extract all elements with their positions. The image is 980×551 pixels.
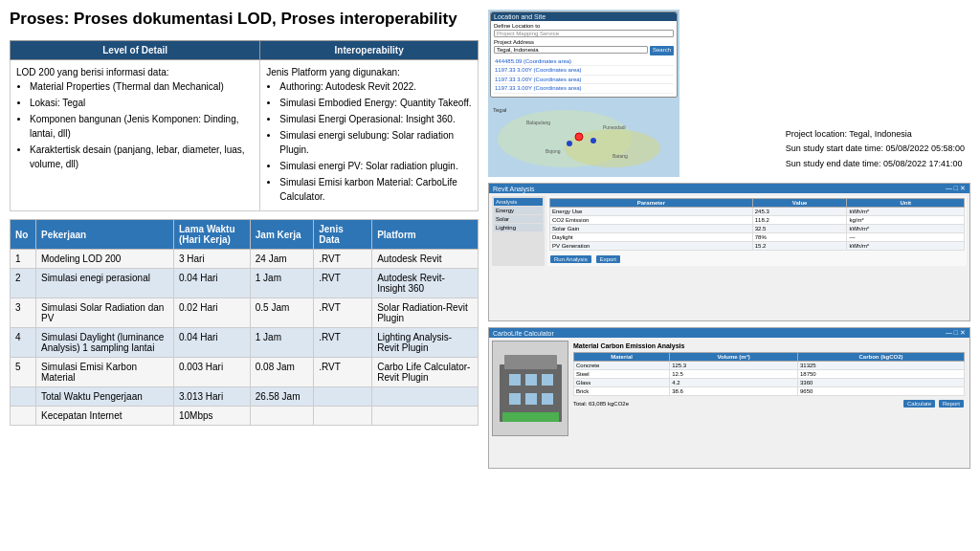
map-dialog: Location and Site Define Location to Pro… <box>490 11 678 98</box>
carbo-col1: Material <box>574 353 670 362</box>
svg-rect-12 <box>504 355 557 369</box>
col1-title: LOD 200 yang berisi informasi data: <box>16 67 169 77</box>
col1-header: Level of Detail <box>11 41 260 60</box>
col2-item-1: Authoring: Autodesk Revit 2022. <box>279 79 472 94</box>
map-dialog-title: Location and Site <box>491 12 677 21</box>
address-field[interactable]: Tegal, Indonesia <box>494 46 648 54</box>
mid-col1: Parameter <box>550 199 753 208</box>
map-entry-3: 1197.33 3.00Y (Coordinates area) <box>494 76 674 84</box>
internet-jam <box>250 407 313 426</box>
svg-point-5 <box>590 138 596 143</box>
col1-item-4: Karaktertisk desain (panjang, lebar, dia… <box>30 143 254 171</box>
col2-header: Interoperability <box>260 41 479 60</box>
sidebar-item-solar[interactable]: Solar <box>494 215 543 223</box>
run-button[interactable]: Run Analysis <box>550 255 591 263</box>
total-jam: 26.58 Jam <box>250 387 313 407</box>
svg-rect-13 <box>502 412 559 422</box>
svg-rect-17 <box>509 393 521 405</box>
sidebar-item-analysis[interactable]: Analysis <box>494 198 543 206</box>
bottom-window-content: Material Carbon Emission Analysis Materi… <box>489 338 969 439</box>
bottom-screenshot: CarboLife Calculator — □ ✕ <box>488 327 970 469</box>
cell-jam: 1 Jam <box>250 328 313 358</box>
carbo-r1-vol: 125.3 <box>670 362 798 370</box>
carbo-r4-vol: 38.6 <box>670 387 798 396</box>
main-container: Proses: Proses dokumentasi LOD, Proses i… <box>0 0 980 551</box>
col2-item-6: Simulasi Emisi karbon Material: CarboLif… <box>279 175 472 204</box>
cell-platform: Autodesk Revit <box>372 250 479 269</box>
sidebar-item-energy[interactable]: Energy <box>494 207 543 214</box>
cell-pekerjaan: Simulasi Solar Radiation dan PV <box>35 298 173 328</box>
carbo-r1-carbon: 31325 <box>797 362 964 370</box>
sidebar-item-lighting[interactable]: Lighting <box>494 224 543 231</box>
internet-label: Kecepatan Internet <box>35 407 173 426</box>
cell-jenis: .RVT <box>314 298 372 328</box>
svg-text:Balapulang: Balapulang <box>526 120 550 125</box>
total-row: Total Waktu Pengerjaan 3.013 Hari 26.58 … <box>11 387 479 407</box>
col1-item-1: Material Properties (Thermal dan Mechani… <box>30 79 254 94</box>
mid-row3-unit: kWh/m² <box>847 225 965 233</box>
col2-item-5: Simulasi energi PV: Solar radiation plug… <box>279 159 472 173</box>
search-button[interactable]: Search <box>650 46 674 55</box>
mid-row1-unit: kWh/m² <box>847 208 965 216</box>
svg-text:Bojong: Bojong <box>546 148 561 154</box>
table-row: 1 Modeling LOD 200 3 Hari 24 Jam .RVT Au… <box>11 250 479 269</box>
cell-platform: Carbo Life Calculator-Revit Plugin <box>372 358 479 387</box>
carbo-r3-mat: Glass <box>574 379 670 387</box>
mid-buttons: Run Analysis Export <box>549 254 965 264</box>
col2-item-4: Simulasi energi selubung: Solar radiatio… <box>279 128 472 157</box>
map-entry-1: 444485.09 (Coordinates area) <box>494 57 674 66</box>
header-pekerjaan: Pekerjaan <box>35 220 173 250</box>
mid-table: Parameter Value Unit Energy Use245.3kWh/… <box>549 198 965 251</box>
svg-rect-16 <box>542 374 553 386</box>
sun-start: Sun study start date time: 05/08/2022 05… <box>786 142 965 156</box>
cell-pekerjaan: Simulasi Emisi Karbon Material <box>35 358 173 387</box>
bottom-info: Material Carbon Emission Analysis Materi… <box>571 341 967 436</box>
cell-no: 3 <box>11 298 36 328</box>
svg-point-3 <box>575 133 583 141</box>
mid-row1-param: Energy Use <box>550 208 753 216</box>
map-field1[interactable]: Project Mapping Service <box>494 30 674 37</box>
svg-point-4 <box>567 141 572 146</box>
mid-row4-val: 78% <box>752 233 847 242</box>
carbo-title: Material Carbon Emission Analysis <box>573 342 965 349</box>
mid-row2-param: CO2 Emission <box>550 216 753 225</box>
carbo-col3: Carbon (kgCO2) <box>797 353 964 362</box>
cell-lama: 3 Hari <box>174 250 251 269</box>
top-screenshot: Location and Site Define Location to Pro… <box>488 10 970 177</box>
table-row: 5 Simulasi Emisi Karbon Material 0.003 H… <box>11 358 479 387</box>
table-row: 3 Simulasi Solar Radiation dan PV 0.02 H… <box>11 298 479 328</box>
cell-jam: 1 Jam <box>250 269 313 298</box>
col2-item-3: Simulasi Energi Operasional: Insight 360… <box>279 112 472 126</box>
mid-row4-unit: — <box>847 233 965 242</box>
cell-no: 1 <box>11 250 36 269</box>
internet-platform <box>372 407 479 426</box>
carbo-r2-mat: Steel <box>574 370 670 379</box>
export-button[interactable]: Export <box>596 255 620 263</box>
internet-value: 10Mbps <box>174 407 251 426</box>
svg-rect-18 <box>525 393 537 405</box>
calculate-button[interactable]: Calculate <box>903 400 935 408</box>
carbo-total-label: Total: 63,085 kgCO2e <box>573 401 629 407</box>
header-jam: Jam Kerja <box>250 220 313 250</box>
header-lama: Lama Waktu (Hari Kerja) <box>174 220 251 250</box>
total-jenis <box>314 387 372 407</box>
svg-text:Tegal: Tegal <box>493 107 506 113</box>
carbo-r2-carbon: 18750 <box>797 370 964 379</box>
page-title: Proses: Proses dokumentasi LOD, Proses i… <box>10 10 479 29</box>
total-no <box>11 387 36 407</box>
mid-row2-unit: kg/m² <box>847 216 965 225</box>
carbo-r4-mat: Brick <box>574 387 670 396</box>
carbo-r1-mat: Concrete <box>574 362 670 370</box>
carbo-r4-carbon: 9650 <box>797 387 964 396</box>
svg-rect-19 <box>542 393 553 405</box>
mid-row1-val: 245.3 <box>752 208 847 216</box>
report-button[interactable]: Report <box>939 400 964 408</box>
col1-item-3: Komponen bangunan (Jenis Komponen: Dindi… <box>30 112 254 141</box>
map-field-label2: Project Address <box>494 39 674 45</box>
carbo-r3-carbon: 3360 <box>797 379 964 387</box>
project-info-text: Project location: Tegal, Indonesia Sun s… <box>786 127 965 171</box>
map-svg: Tegal Balapulang Purwodadi Bojong Batang <box>488 100 679 177</box>
bottom-window-controls: — □ ✕ <box>946 329 966 337</box>
cell-no: 2 <box>11 269 36 298</box>
mid-row2-val: 118.2 <box>752 216 847 225</box>
